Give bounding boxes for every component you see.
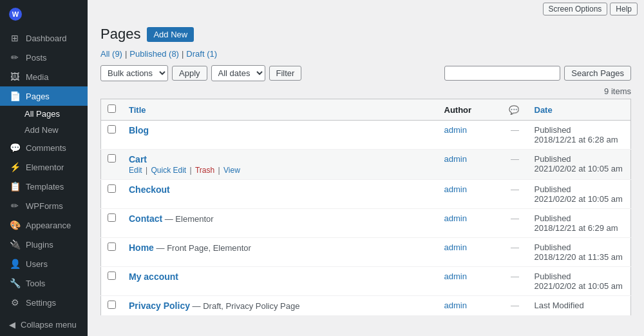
comments-cart: — [511, 154, 519, 164]
author-cart[interactable]: admin [444, 154, 467, 164]
sidebar-item-settings[interactable]: ⚙ Settings [0, 293, 88, 312]
sidebar-item-wpforms[interactable]: ✏ WPForms [0, 196, 88, 215]
table-header-row: Title Author 💬 Date [101, 99, 631, 121]
elementor-icon: ⚡ [9, 162, 21, 172]
sidebar-item-label: Users [26, 259, 48, 269]
sidebar-item-tools[interactable]: 🔧 Tools [0, 273, 88, 293]
sidebar-item-plugins[interactable]: 🔌 Plugins [0, 235, 88, 254]
add-new-button[interactable]: Add New [147, 27, 194, 42]
title-suffix-privacy-policy: — Draft, Privacy Policy Page [193, 301, 300, 311]
date-contact: Published2018/12/21 at 6:29 am [528, 209, 631, 238]
row-title-contact[interactable]: Contact [129, 213, 162, 224]
row-title-my-account[interactable]: My account [129, 272, 178, 282]
author-home[interactable]: admin [444, 242, 467, 252]
date-my-account: Published2021/02/02 at 10:05 am [528, 267, 631, 296]
filter-all[interactable]: All (9) [100, 49, 122, 59]
row-checkbox-contact[interactable] [108, 213, 116, 222]
date-status-blog: Published [535, 125, 625, 135]
date-status-home: Published [535, 242, 625, 252]
comments-contact: — [511, 213, 519, 223]
collapse-icon: ◀ [9, 320, 15, 330]
sidebar-item-label: Pages [26, 92, 50, 101]
bulk-actions-select[interactable]: Bulk actions [100, 65, 168, 81]
row-checkbox-blog[interactable] [108, 125, 116, 133]
collapse-menu[interactable]: ◀ Collapse menu [0, 313, 88, 336]
sidebar-item-comments[interactable]: 💬 Comments [0, 138, 88, 157]
sidebar: W ⊞ Dashboard ✏ Posts 🖼 Media 📄 Pages Al… [0, 0, 88, 336]
appearance-icon: 🎨 [9, 220, 21, 230]
row-title-blog[interactable]: Blog [129, 125, 149, 135]
date-sort-link[interactable]: Date [535, 105, 553, 115]
settings-icon: ⚙ [9, 297, 21, 308]
wordpress-icon: W [9, 8, 22, 21]
date-status-cart: Published [535, 154, 625, 164]
author-blog[interactable]: admin [444, 125, 467, 135]
table-row: Privacy Policy — Draft, Privacy Policy P… [101, 296, 631, 316]
sidebar-item-pages[interactable]: 📄 Pages [0, 86, 88, 106]
row-action-trash-cart[interactable]: Trash [195, 166, 214, 175]
page-title: Pages [100, 26, 140, 43]
sidebar-item-appearance[interactable]: 🎨 Appearance [0, 215, 88, 235]
screen-options-button[interactable]: Screen Options [543, 3, 608, 15]
filter-links: All (9) | Published (8) | Draft (1) [100, 49, 631, 59]
tablenav: Bulk actions Apply All dates Filter Sear… [100, 65, 631, 81]
filter-draft[interactable]: Draft (1) [186, 49, 217, 59]
sidebar-item-elementor[interactable]: ⚡ Elementor [0, 157, 88, 177]
sidebar-item-label: Appearance [26, 221, 71, 230]
filter-published[interactable]: Published (8) [129, 49, 179, 59]
sidebar-item-templates[interactable]: 📋 Templates [0, 177, 88, 196]
author-checkout[interactable]: admin [444, 184, 467, 194]
sidebar-sub-item-add-new[interactable]: Add New [0, 122, 88, 138]
row-action-view-cart[interactable]: View [223, 166, 240, 175]
row-checkbox-privacy-policy[interactable] [108, 301, 116, 309]
date-filter-select[interactable]: All dates [211, 65, 265, 81]
plugins-icon: 🔌 [9, 239, 21, 250]
collapse-label: Collapse menu [21, 320, 77, 330]
author-my-account[interactable]: admin [444, 272, 467, 281]
date-value-contact: 2018/12/21 at 6:29 am [535, 223, 625, 233]
filter-button[interactable]: Filter [269, 66, 302, 81]
table-row: Home — Front Page, Elementoradmin—Publis… [101, 238, 631, 267]
table-row: Checkoutadmin—Published2021/02/02 at 10:… [101, 180, 631, 209]
author-contact[interactable]: admin [444, 213, 467, 223]
sidebar-item-dashboard[interactable]: ⊞ Dashboard [0, 28, 88, 48]
sidebar-item-media[interactable]: 🖼 Media [0, 67, 88, 86]
sidebar-item-label: Dashboard [26, 34, 67, 43]
row-checkbox-my-account[interactable] [108, 272, 116, 280]
comments-checkout: — [511, 184, 519, 194]
sidebar-item-label: WPForms [26, 201, 63, 211]
date-blog: Published2018/12/21 at 6:28 am [528, 121, 631, 150]
sidebar-sub-item-all-pages[interactable]: All Pages [0, 106, 88, 122]
sidebar-item-label: Media [26, 72, 48, 82]
table-row: Contact — Elementoradmin—Published2018/1… [101, 209, 631, 238]
row-title-cart[interactable]: Cart [129, 154, 147, 164]
row-title-privacy-policy[interactable]: Privacy Policy [129, 301, 190, 311]
filter-draft-count: (1) [207, 49, 217, 59]
row-title-home[interactable]: Home [129, 242, 154, 253]
dashboard-icon: ⊞ [9, 33, 21, 43]
search-input[interactable] [444, 66, 560, 81]
row-checkbox-cart[interactable] [108, 154, 116, 163]
date-checkout: Published2021/02/02 at 10:05 am [528, 180, 631, 209]
row-title-checkout[interactable]: Checkout [129, 184, 170, 195]
row-action-quick-edit-cart[interactable]: Quick Edit [151, 166, 186, 175]
apply-button[interactable]: Apply [172, 66, 207, 81]
select-all-checkbox[interactable] [108, 104, 116, 113]
comments-blog: — [511, 125, 519, 135]
date-home: Published2018/12/20 at 11:35 am [528, 238, 631, 267]
help-button[interactable]: Help [610, 3, 638, 15]
author-privacy-policy[interactable]: admin [444, 301, 467, 310]
row-checkbox-home[interactable] [108, 242, 116, 251]
title-sort-link[interactable]: Title [129, 105, 146, 115]
sidebar-item-users[interactable]: 👤 Users [0, 254, 88, 273]
date-privacy-policy: Last Modified [528, 296, 631, 316]
sidebar-item-posts[interactable]: ✏ Posts [0, 48, 88, 67]
search-pages-button[interactable]: Search Pages [564, 66, 631, 81]
all-pages-label: All Pages [24, 109, 60, 119]
row-action-edit-cart[interactable]: Edit [129, 166, 142, 175]
date-value-checkout: 2021/02/02 at 10:05 am [535, 194, 625, 204]
sidebar-item-label: Settings [26, 298, 56, 308]
row-checkbox-checkout[interactable] [108, 184, 116, 193]
add-new-label: Add New [24, 125, 59, 135]
sidebar-item-label: Comments [26, 143, 66, 153]
